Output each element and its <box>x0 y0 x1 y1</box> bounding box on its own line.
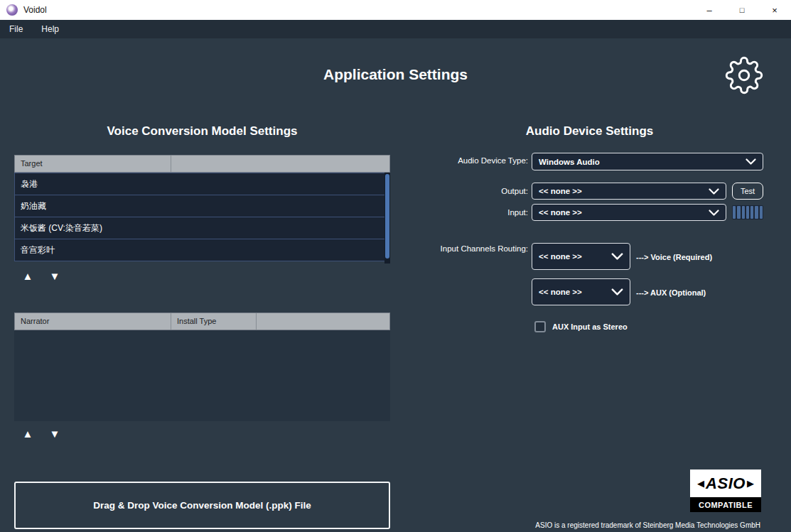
model-file-dropzone[interactable]: Drag & Drop Voice Conversion Model (.ppk… <box>14 482 390 529</box>
aux-stereo-checkbox[interactable] <box>534 321 546 332</box>
target-row[interactable]: 奶油藏 <box>14 195 390 217</box>
voice-channel-value: << none >> <box>539 252 582 261</box>
target-table: Target 袅港 奶油藏 米饭酱 (CV:染音若菜) 音宫彩叶 <box>14 155 390 261</box>
target-table-header: Target <box>14 155 390 173</box>
audio-device-settings-title: Audio Device Settings <box>399 124 780 139</box>
install-type-column-header: Install Type <box>171 313 257 330</box>
chevron-down-icon <box>709 188 719 195</box>
window-title: Voidol <box>23 5 47 15</box>
target-table-body: 袅港 奶油藏 米饭酱 (CV:染音若菜) 音宫彩叶 <box>14 173 390 261</box>
aux-channel-value: << none >> <box>539 288 582 296</box>
menu-help[interactable]: Help <box>32 20 68 38</box>
narrator-table-header: Narrator Install Type <box>14 313 390 330</box>
target-row[interactable]: 米饭酱 (CV:染音若菜) <box>14 217 390 239</box>
narrator-column-header: Narrator <box>15 313 171 330</box>
voice-model-settings-title: Voice Conversion Model Settings <box>14 124 390 139</box>
input-device-value: << none >> <box>539 208 582 217</box>
chevron-down-icon <box>709 210 719 216</box>
audio-device-type-value: Windows Audio <box>539 158 600 166</box>
narrator-reorder-controls: ▲ ▼ <box>20 427 63 441</box>
chevron-down-icon <box>746 158 756 165</box>
input-device-dropdown[interactable]: << none >> <box>532 204 726 221</box>
close-button[interactable]: × <box>758 0 791 20</box>
target-move-down-button[interactable]: ▼ <box>47 269 63 283</box>
asio-logo-text: ASIO <box>706 474 746 493</box>
narrator-table: Narrator Install Type <box>14 313 390 421</box>
voice-routing-caption: ---> Voice (Required) <box>636 253 712 261</box>
output-label: Output: <box>384 187 528 195</box>
asio-logo-top: ◀ ASIO ▶ <box>690 469 761 497</box>
audio-device-type-dropdown[interactable]: Windows Audio <box>532 153 763 170</box>
asio-left-triangle-icon: ◀ <box>697 478 704 489</box>
target-reorder-controls: ▲ ▼ <box>20 269 63 283</box>
asio-compatible-logo: ◀ ASIO ▶ COMPATIBLE <box>690 469 761 512</box>
chevron-down-icon <box>611 253 623 260</box>
audio-device-type-label: Audio Device Type: <box>384 156 528 165</box>
window-controls: – □ × <box>693 0 791 20</box>
narrator-move-up-button[interactable]: ▲ <box>20 427 36 441</box>
title-bar: Voidol – □ × <box>0 0 791 20</box>
menu-file[interactable]: File <box>0 20 32 38</box>
target-move-up-button[interactable]: ▲ <box>20 269 36 283</box>
narrator-table-body <box>14 330 390 421</box>
chevron-down-icon <box>611 288 623 295</box>
target-column-spacer <box>171 156 389 172</box>
voidol-window: Voidol – □ × File Help Application Setti… <box>0 0 791 532</box>
model-file-dropzone-label: Drag & Drop Voice Conversion Model (.ppk… <box>93 500 311 511</box>
asio-compatible-text: COMPATIBLE <box>690 497 761 512</box>
narrator-move-down-button[interactable]: ▼ <box>47 427 63 441</box>
asio-disclaimer: ASIO is a registered trademark of Steinb… <box>535 521 760 529</box>
minimize-button[interactable]: – <box>693 0 726 20</box>
input-label: Input: <box>384 208 528 217</box>
target-row[interactable]: 袅港 <box>14 173 390 195</box>
gear-icon[interactable] <box>725 56 763 94</box>
output-device-dropdown[interactable]: << none >> <box>532 183 726 200</box>
aux-stereo-label: AUX Input as Stereo <box>552 322 628 331</box>
page-title: Application Settings <box>0 66 791 83</box>
narrator-column-spacer <box>257 313 389 330</box>
input-channels-routing-label: Input Channels Routing: <box>384 244 528 253</box>
input-level-meter <box>732 205 763 219</box>
menu-bar: File Help <box>0 20 791 38</box>
target-row[interactable]: 音宫彩叶 <box>14 239 390 261</box>
aux-channel-dropdown[interactable]: << none >> <box>532 278 630 305</box>
output-test-button[interactable]: Test <box>732 183 763 200</box>
asio-right-triangle-icon: ▶ <box>747 478 754 489</box>
target-column-header: Target <box>15 156 171 172</box>
aux-routing-caption: ---> AUX (Optional) <box>636 288 706 297</box>
maximize-button[interactable]: □ <box>726 0 758 20</box>
output-device-value: << none >> <box>539 187 582 195</box>
voice-channel-dropdown[interactable]: << none >> <box>532 243 630 270</box>
aux-stereo-row: AUX Input as Stereo <box>534 321 628 332</box>
voidol-logo-icon <box>6 4 18 16</box>
